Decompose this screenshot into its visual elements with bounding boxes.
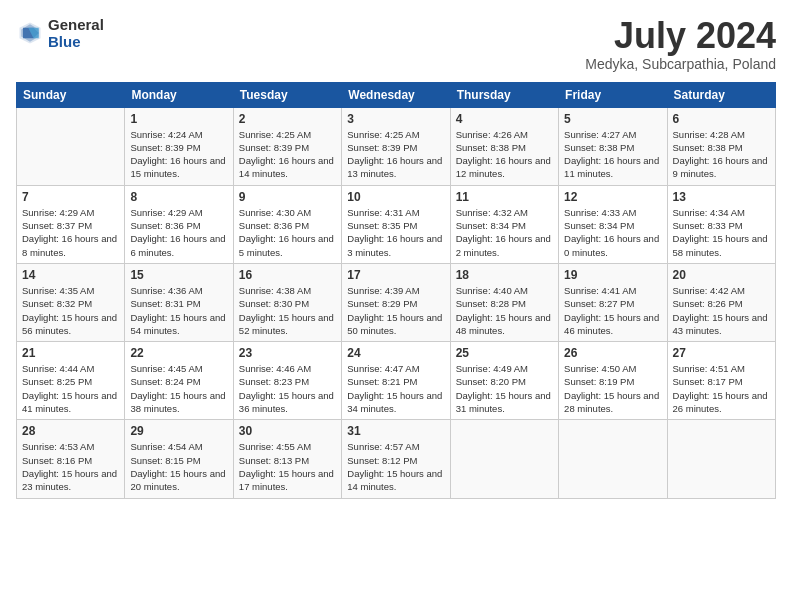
- logo: General Blue: [16, 16, 104, 50]
- day-info: Sunrise: 4:53 AM Sunset: 8:16 PM Dayligh…: [22, 440, 119, 493]
- day-header-sunday: Sunday: [17, 82, 125, 107]
- calendar-cell: 24Sunrise: 4:47 AM Sunset: 8:21 PM Dayli…: [342, 342, 450, 420]
- month-title: July 2024: [585, 16, 776, 56]
- day-info: Sunrise: 4:45 AM Sunset: 8:24 PM Dayligh…: [130, 362, 227, 415]
- day-number: 17: [347, 268, 444, 282]
- calendar-cell: 3Sunrise: 4:25 AM Sunset: 8:39 PM Daylig…: [342, 107, 450, 185]
- location: Medyka, Subcarpathia, Poland: [585, 56, 776, 72]
- day-number: 7: [22, 190, 119, 204]
- day-number: 25: [456, 346, 553, 360]
- day-number: 23: [239, 346, 336, 360]
- calendar-week-3: 14Sunrise: 4:35 AM Sunset: 8:32 PM Dayli…: [17, 263, 776, 341]
- day-info: Sunrise: 4:29 AM Sunset: 8:36 PM Dayligh…: [130, 206, 227, 259]
- day-info: Sunrise: 4:57 AM Sunset: 8:12 PM Dayligh…: [347, 440, 444, 493]
- calendar-cell: 5Sunrise: 4:27 AM Sunset: 8:38 PM Daylig…: [559, 107, 667, 185]
- calendar-cell: 12Sunrise: 4:33 AM Sunset: 8:34 PM Dayli…: [559, 185, 667, 263]
- day-header-monday: Monday: [125, 82, 233, 107]
- calendar-cell: 14Sunrise: 4:35 AM Sunset: 8:32 PM Dayli…: [17, 263, 125, 341]
- day-number: 24: [347, 346, 444, 360]
- calendar-cell: 22Sunrise: 4:45 AM Sunset: 8:24 PM Dayli…: [125, 342, 233, 420]
- calendar-cell: 2Sunrise: 4:25 AM Sunset: 8:39 PM Daylig…: [233, 107, 341, 185]
- calendar-week-5: 28Sunrise: 4:53 AM Sunset: 8:16 PM Dayli…: [17, 420, 776, 498]
- day-number: 21: [22, 346, 119, 360]
- calendar-cell: 18Sunrise: 4:40 AM Sunset: 8:28 PM Dayli…: [450, 263, 558, 341]
- calendar-cell: 23Sunrise: 4:46 AM Sunset: 8:23 PM Dayli…: [233, 342, 341, 420]
- calendar-body: 1Sunrise: 4:24 AM Sunset: 8:39 PM Daylig…: [17, 107, 776, 498]
- calendar-cell: 4Sunrise: 4:26 AM Sunset: 8:38 PM Daylig…: [450, 107, 558, 185]
- day-info: Sunrise: 4:39 AM Sunset: 8:29 PM Dayligh…: [347, 284, 444, 337]
- day-info: Sunrise: 4:44 AM Sunset: 8:25 PM Dayligh…: [22, 362, 119, 415]
- day-header-thursday: Thursday: [450, 82, 558, 107]
- day-header-wednesday: Wednesday: [342, 82, 450, 107]
- logo-icon: [16, 19, 44, 47]
- calendar-cell: 7Sunrise: 4:29 AM Sunset: 8:37 PM Daylig…: [17, 185, 125, 263]
- calendar-cell: 20Sunrise: 4:42 AM Sunset: 8:26 PM Dayli…: [667, 263, 775, 341]
- day-info: Sunrise: 4:31 AM Sunset: 8:35 PM Dayligh…: [347, 206, 444, 259]
- day-header-saturday: Saturday: [667, 82, 775, 107]
- calendar-cell: 31Sunrise: 4:57 AM Sunset: 8:12 PM Dayli…: [342, 420, 450, 498]
- day-number: 27: [673, 346, 770, 360]
- calendar-cell: [559, 420, 667, 498]
- day-info: Sunrise: 4:32 AM Sunset: 8:34 PM Dayligh…: [456, 206, 553, 259]
- day-info: Sunrise: 4:41 AM Sunset: 8:27 PM Dayligh…: [564, 284, 661, 337]
- day-number: 28: [22, 424, 119, 438]
- day-number: 12: [564, 190, 661, 204]
- day-info: Sunrise: 4:40 AM Sunset: 8:28 PM Dayligh…: [456, 284, 553, 337]
- day-info: Sunrise: 4:42 AM Sunset: 8:26 PM Dayligh…: [673, 284, 770, 337]
- calendar-cell: [17, 107, 125, 185]
- day-number: 22: [130, 346, 227, 360]
- page-header: General Blue July 2024 Medyka, Subcarpat…: [16, 16, 776, 72]
- calendar-cell: 19Sunrise: 4:41 AM Sunset: 8:27 PM Dayli…: [559, 263, 667, 341]
- calendar-cell: [667, 420, 775, 498]
- day-info: Sunrise: 4:25 AM Sunset: 8:39 PM Dayligh…: [239, 128, 336, 181]
- day-header-friday: Friday: [559, 82, 667, 107]
- day-number: 10: [347, 190, 444, 204]
- day-number: 3: [347, 112, 444, 126]
- calendar-cell: 28Sunrise: 4:53 AM Sunset: 8:16 PM Dayli…: [17, 420, 125, 498]
- calendar-cell: 15Sunrise: 4:36 AM Sunset: 8:31 PM Dayli…: [125, 263, 233, 341]
- calendar-cell: 8Sunrise: 4:29 AM Sunset: 8:36 PM Daylig…: [125, 185, 233, 263]
- day-info: Sunrise: 4:54 AM Sunset: 8:15 PM Dayligh…: [130, 440, 227, 493]
- calendar-cell: 29Sunrise: 4:54 AM Sunset: 8:15 PM Dayli…: [125, 420, 233, 498]
- calendar-week-1: 1Sunrise: 4:24 AM Sunset: 8:39 PM Daylig…: [17, 107, 776, 185]
- calendar-week-4: 21Sunrise: 4:44 AM Sunset: 8:25 PM Dayli…: [17, 342, 776, 420]
- calendar-cell: 27Sunrise: 4:51 AM Sunset: 8:17 PM Dayli…: [667, 342, 775, 420]
- calendar-cell: 13Sunrise: 4:34 AM Sunset: 8:33 PM Dayli…: [667, 185, 775, 263]
- day-info: Sunrise: 4:33 AM Sunset: 8:34 PM Dayligh…: [564, 206, 661, 259]
- calendar-cell: 25Sunrise: 4:49 AM Sunset: 8:20 PM Dayli…: [450, 342, 558, 420]
- day-info: Sunrise: 4:49 AM Sunset: 8:20 PM Dayligh…: [456, 362, 553, 415]
- day-number: 19: [564, 268, 661, 282]
- day-info: Sunrise: 4:51 AM Sunset: 8:17 PM Dayligh…: [673, 362, 770, 415]
- day-info: Sunrise: 4:29 AM Sunset: 8:37 PM Dayligh…: [22, 206, 119, 259]
- day-info: Sunrise: 4:28 AM Sunset: 8:38 PM Dayligh…: [673, 128, 770, 181]
- day-info: Sunrise: 4:36 AM Sunset: 8:31 PM Dayligh…: [130, 284, 227, 337]
- day-number: 29: [130, 424, 227, 438]
- day-number: 8: [130, 190, 227, 204]
- day-info: Sunrise: 4:47 AM Sunset: 8:21 PM Dayligh…: [347, 362, 444, 415]
- calendar-cell: 26Sunrise: 4:50 AM Sunset: 8:19 PM Dayli…: [559, 342, 667, 420]
- day-number: 4: [456, 112, 553, 126]
- calendar-cell: 11Sunrise: 4:32 AM Sunset: 8:34 PM Dayli…: [450, 185, 558, 263]
- calendar-header-row: SundayMondayTuesdayWednesdayThursdayFrid…: [17, 82, 776, 107]
- day-number: 2: [239, 112, 336, 126]
- day-info: Sunrise: 4:46 AM Sunset: 8:23 PM Dayligh…: [239, 362, 336, 415]
- day-header-tuesday: Tuesday: [233, 82, 341, 107]
- day-number: 9: [239, 190, 336, 204]
- day-number: 1: [130, 112, 227, 126]
- calendar-table: SundayMondayTuesdayWednesdayThursdayFrid…: [16, 82, 776, 499]
- day-info: Sunrise: 4:24 AM Sunset: 8:39 PM Dayligh…: [130, 128, 227, 181]
- day-number: 13: [673, 190, 770, 204]
- day-number: 31: [347, 424, 444, 438]
- title-block: July 2024 Medyka, Subcarpathia, Poland: [585, 16, 776, 72]
- calendar-cell: [450, 420, 558, 498]
- day-info: Sunrise: 4:25 AM Sunset: 8:39 PM Dayligh…: [347, 128, 444, 181]
- day-info: Sunrise: 4:30 AM Sunset: 8:36 PM Dayligh…: [239, 206, 336, 259]
- day-info: Sunrise: 4:50 AM Sunset: 8:19 PM Dayligh…: [564, 362, 661, 415]
- calendar-cell: 6Sunrise: 4:28 AM Sunset: 8:38 PM Daylig…: [667, 107, 775, 185]
- day-info: Sunrise: 4:27 AM Sunset: 8:38 PM Dayligh…: [564, 128, 661, 181]
- calendar-cell: 17Sunrise: 4:39 AM Sunset: 8:29 PM Dayli…: [342, 263, 450, 341]
- day-info: Sunrise: 4:34 AM Sunset: 8:33 PM Dayligh…: [673, 206, 770, 259]
- calendar-week-2: 7Sunrise: 4:29 AM Sunset: 8:37 PM Daylig…: [17, 185, 776, 263]
- logo-text: General Blue: [48, 16, 104, 50]
- day-number: 11: [456, 190, 553, 204]
